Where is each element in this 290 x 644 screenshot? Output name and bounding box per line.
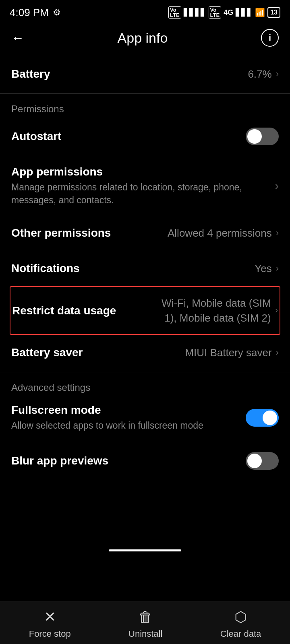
status-time: 4:09 PM xyxy=(10,6,49,19)
uninstall-label: Uninstall xyxy=(128,629,162,639)
fullscreen-toggle[interactable] xyxy=(246,409,279,427)
advanced-section-label: Advanced settings xyxy=(0,374,290,395)
battery-row[interactable]: Battery 6.7% › xyxy=(11,56,279,92)
uninstall-button[interactable]: 🗑 Uninstall xyxy=(128,609,162,639)
force-stop-icon: ✕ xyxy=(44,609,56,625)
info-button[interactable]: i xyxy=(261,29,279,47)
app-permissions-row[interactable]: App permissions Manage permissions relat… xyxy=(11,157,279,215)
top-nav: ← App info i xyxy=(0,23,290,56)
autostart-row[interactable]: Autostart xyxy=(11,116,279,157)
other-permissions-value: Allowed 4 permissions › xyxy=(168,227,279,239)
signal-bars-2: ▋▋▋ xyxy=(236,8,253,17)
blur-app-toggle[interactable] xyxy=(246,452,279,470)
permissions-section: Autostart App permissions Manage permiss… xyxy=(0,116,290,370)
permissions-section-label: Permissions xyxy=(0,95,290,116)
clear-data-button[interactable]: ⬡ Clear data xyxy=(220,609,261,639)
battery-saver-value: MIUI Battery saver › xyxy=(185,347,279,359)
divider-2 xyxy=(0,372,290,372)
app-permissions-text: App permissions Manage permissions relat… xyxy=(11,165,267,206)
battery-saver-row[interactable]: Battery saver MIUI Battery saver › xyxy=(11,335,279,370)
status-bar: 4:09 PM ⚙ VoLTE ▋▋▋▋ VoLTE 4G ▋▋▋ 📶 13 xyxy=(0,0,290,23)
restrict-data-usage-row[interactable]: Restrict data usage Wi-Fi, Mobile data (… xyxy=(10,286,280,335)
fullscreen-text: Fullscreen mode Allow selected apps to w… xyxy=(11,404,239,432)
clear-data-label: Clear data xyxy=(220,629,261,639)
clear-data-icon: ⬡ xyxy=(234,609,247,625)
battery-level: 13 xyxy=(270,9,278,16)
battery-value: 6.7% › xyxy=(248,68,279,80)
blur-app-toggle-thumb xyxy=(247,454,262,468)
advanced-settings-section: Fullscreen mode Allow selected apps to w… xyxy=(0,395,290,481)
force-stop-label: Force stop xyxy=(29,629,71,639)
battery-icon: 13 xyxy=(267,7,280,18)
autostart-toggle[interactable] xyxy=(246,128,279,145)
force-stop-button[interactable]: ✕ Force stop xyxy=(29,609,71,639)
battery-section: Battery 6.7% › xyxy=(0,56,290,92)
app-permissions-sublabel: Manage permissions related to location, … xyxy=(11,181,267,206)
battery-chevron: › xyxy=(276,69,279,79)
other-permissions-row[interactable]: Other permissions Allowed 4 permissions … xyxy=(11,215,279,251)
divider-1 xyxy=(0,93,290,94)
fullscreen-toggle-thumb xyxy=(263,411,277,425)
bottom-bar: ✕ Force stop 🗑 Uninstall ⬡ Clear data xyxy=(0,601,290,644)
battery-saver-label: Battery saver xyxy=(11,346,83,359)
gear-icon: ⚙ xyxy=(53,7,61,18)
app-permissions-chevron: › xyxy=(275,180,279,192)
volte-badge-2: VoLTE xyxy=(209,6,222,19)
notifications-chevron: › xyxy=(276,263,279,274)
status-time-block: 4:09 PM ⚙ xyxy=(10,6,61,19)
blur-app-label: Blur app previews xyxy=(11,454,108,467)
notifications-label: Notifications xyxy=(11,262,80,275)
battery-saver-chevron: › xyxy=(276,347,279,358)
notifications-row[interactable]: Notifications Yes › xyxy=(11,251,279,286)
battery-label: Battery xyxy=(11,68,50,80)
home-indicator xyxy=(109,549,181,551)
fullscreen-label: Fullscreen mode xyxy=(11,404,239,417)
app-permissions-label: App permissions xyxy=(11,165,267,178)
4g-label: 4G xyxy=(224,8,233,17)
notifications-value: Yes › xyxy=(255,262,279,275)
restrict-data-chevron: › xyxy=(275,304,278,317)
volte-badge-1: VoLTE xyxy=(168,6,181,19)
blur-app-row[interactable]: Blur app previews xyxy=(11,441,279,481)
restrict-data-value: Wi-Fi, Mobile data (SIM 1), Mobile data … xyxy=(149,296,278,325)
signal-bars-1: ▋▋▋▋ xyxy=(184,8,206,17)
fullscreen-row[interactable]: Fullscreen mode Allow selected apps to w… xyxy=(11,395,279,441)
status-icons: VoLTE ▋▋▋▋ VoLTE 4G ▋▋▋ 📶 13 xyxy=(168,6,280,19)
other-permissions-label: Other permissions xyxy=(11,227,111,239)
restrict-data-label: Restrict data usage xyxy=(12,304,116,317)
uninstall-icon: 🗑 xyxy=(138,609,153,625)
fullscreen-sublabel: Allow selected apps to work in fullscree… xyxy=(11,419,239,432)
page-title: App info xyxy=(118,30,168,46)
wifi-icon: 📶 xyxy=(255,8,265,17)
autostart-toggle-thumb xyxy=(247,129,262,144)
other-permissions-chevron: › xyxy=(276,228,279,238)
autostart-label: Autostart xyxy=(11,130,61,143)
back-button[interactable]: ← xyxy=(11,31,24,45)
